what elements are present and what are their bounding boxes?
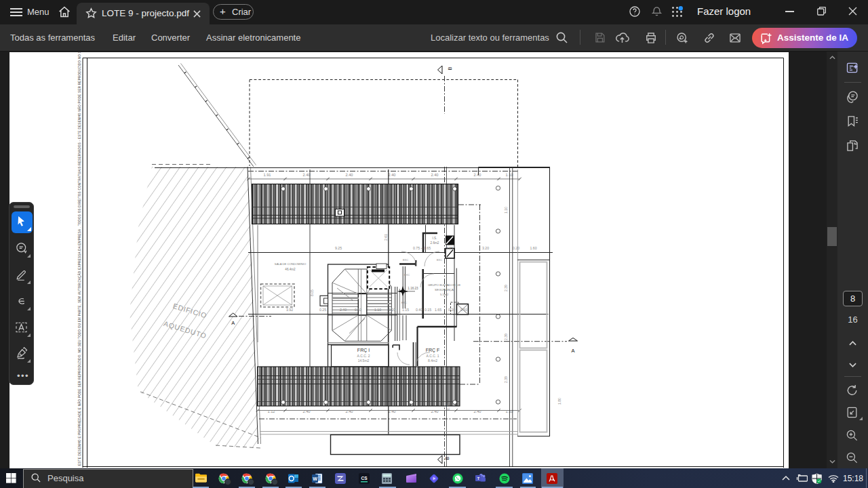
svg-text:EXC: EXC [404,273,410,277]
svg-text:1.10: 1.10 [504,207,508,214]
svg-text:GRUPO ELEVADOR DE: GRUPO ELEVADOR DE [428,283,460,287]
svg-text:0.20: 0.20 [513,246,519,250]
svg-text:EXC: EXC [437,258,442,262]
svg-text:2.6m2: 2.6m2 [431,241,439,245]
svg-text:W: W [313,476,317,481]
svg-text:A: A [571,348,574,354]
svg-text:9.25: 9.25 [335,246,342,250]
svg-text:1.12: 1.12 [267,409,275,413]
svg-text:3.92: 3.92 [286,308,293,312]
svg-text:2.40: 2.40 [431,173,438,177]
svg-text:FRÇ F: FRÇ F [426,348,440,353]
svg-text:1.80: 1.80 [557,398,561,405]
svg-text:8.05: 8.05 [310,289,314,296]
svg-text:0.25: 0.25 [319,308,326,312]
svg-text:0.15: 0.15 [425,308,431,312]
svg-text:2.40: 2.40 [473,173,481,177]
svg-text:1.10: 1.10 [374,308,381,312]
svg-text:2.40: 2.40 [473,409,481,413]
svg-text:0.60: 0.60 [460,308,467,312]
svg-text:2.40: 2.40 [388,173,395,177]
svg-text:1.25: 1.25 [446,246,453,250]
svg-text:ESTE DESENHO E PROPRIEDADE E N: ESTE DESENHO E PROPRIEDADE E NÃO PODE SE… [77,52,81,466]
svg-text:2.39: 2.39 [504,376,508,383]
svg-text:EXC: EXC [401,301,407,304]
svg-text:2.40: 2.40 [345,173,353,177]
svg-text:EXC: EXC [403,258,408,262]
svg-text:2.40: 2.40 [302,409,310,413]
svg-text:1.10: 1.10 [505,173,513,177]
svg-text:SALA DE CONDOMINIO: SALA DE CONDOMINIO [275,262,307,266]
svg-text:0.70: 0.70 [446,403,450,410]
svg-text:2.40: 2.40 [431,409,438,413]
svg-text:2.40: 2.40 [302,173,310,177]
svg-text:1.91: 1.91 [263,173,271,177]
svg-text:3.20: 3.20 [482,246,489,250]
svg-text:2.40: 2.40 [345,409,353,413]
svg-text:SEGURANÇA: SEGURANÇA [435,288,454,291]
svg-text:14.5m2: 14.5m2 [358,359,370,363]
svg-text:2.39: 2.39 [504,333,508,340]
svg-text:2.61: 2.61 [384,234,388,241]
svg-text:B: B [447,66,453,70]
svg-text:0.50: 0.50 [355,308,361,312]
svg-text:0.40: 0.40 [416,308,422,312]
svg-text:1.16.23: 1.16.23 [408,287,418,290]
svg-text:A.C.C. 2: A.C.C. 2 [357,354,370,358]
svg-text:I.S.: I.S. [433,237,437,240]
svg-text:CS: CS [361,476,368,481]
svg-text:2.40: 2.40 [340,308,347,312]
svg-text:1.10: 1.10 [505,409,513,413]
svg-text:8.4m2: 8.4m2 [428,359,437,363]
svg-text:0.20: 0.20 [389,308,395,312]
svg-text:0.75 ~ 1.65: 0.75 ~ 1.65 [413,246,431,250]
svg-text:1.60: 1.60 [530,246,536,250]
svg-text:1.15: 1.15 [402,308,409,312]
svg-text:B: B [444,456,450,460]
svg-text:2.39: 2.39 [504,285,508,291]
svg-text:46.4m2: 46.4m2 [285,268,296,271]
svg-text:0.20: 0.20 [448,308,455,312]
svg-text:5.1m2: 5.1m2 [440,293,449,296]
svg-text:A.C.C. 1: A.C.C. 1 [427,354,439,358]
svg-text:FRÇ I: FRÇ I [357,348,370,353]
svg-text:2.40: 2.40 [388,409,395,413]
svg-text:1.65: 1.65 [435,308,441,312]
svg-text:A: A [231,320,235,326]
